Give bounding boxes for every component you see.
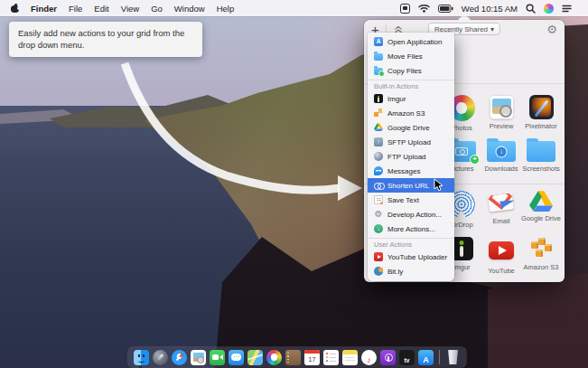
google-drive-icon — [374, 123, 383, 132]
menu-item-sftp-upload[interactable]: ↑ SFTP Upload — [368, 135, 454, 149]
menu-item-amazon-s3[interactable]: Amazon S3 — [368, 106, 454, 120]
dock-podcasts-icon[interactable] — [380, 350, 396, 365]
menu-item-more-actions[interactable]: ↓ More Actions... — [368, 222, 454, 236]
menu-window[interactable]: Window — [174, 4, 205, 14]
grid-item-youtube[interactable]: YouTube — [481, 237, 521, 275]
pixelmator-icon — [529, 95, 554, 119]
add-action-dropdown-menu: A Open Application Move Files Copy Files… — [368, 33, 454, 281]
screenshots-folder-icon — [527, 141, 555, 162]
dock-contacts-icon[interactable] — [285, 350, 301, 365]
menu-view[interactable]: View — [121, 4, 139, 14]
dropzone-menubar-icon[interactable] — [400, 4, 410, 14]
menu-section-user-actions: User Actions — [368, 238, 454, 250]
folder-plus-icon — [374, 68, 383, 75]
amazon-s3-icon — [374, 109, 383, 118]
google-drive-icon — [529, 191, 553, 212]
tutorial-arrow — [89, 56, 369, 201]
dock-maps-icon[interactable] — [247, 350, 263, 365]
develop-gear-icon: ⚙ — [374, 210, 383, 219]
siri-icon[interactable] — [544, 4, 554, 14]
grid-item-amazon-s3[interactable]: Amazon S3 — [521, 237, 561, 275]
menu-edit[interactable]: Edit — [94, 4, 108, 14]
apple-menu-icon[interactable] — [11, 4, 19, 13]
menu-item-imgur[interactable]: Imgur — [368, 91, 454, 106]
dropzone-popover: + Recently Shared ▾ ⚙ Photos Preview — [364, 20, 565, 282]
menu-item-copy-files[interactable]: Copy Files — [368, 63, 454, 78]
sftp-upload-icon: ↑ — [374, 137, 383, 146]
dock-launchpad-icon[interactable] — [153, 350, 168, 365]
menu-item-bitly[interactable]: Bit.ly — [368, 264, 454, 278]
link-icon — [374, 181, 383, 190]
menu-bar: Finder File Edit View Go Window Help Wed… — [0, 0, 588, 16]
menu-item-develop-action[interactable]: ⚙ Develop Action... — [368, 207, 454, 222]
application-icon: A — [374, 37, 383, 46]
grid-item-email[interactable]: Email — [481, 191, 521, 229]
dock-divider — [439, 350, 440, 364]
caret-down-icon: ▾ — [490, 25, 494, 33]
dock-notes-icon[interactable] — [342, 350, 358, 365]
menu-finder[interactable]: Finder — [31, 4, 57, 14]
dock-reminders-icon[interactable] — [323, 350, 339, 365]
bitly-icon — [374, 267, 383, 276]
amazon-s3-icon — [528, 237, 554, 260]
email-icon — [488, 191, 515, 214]
dock-finder-icon[interactable] — [134, 350, 149, 365]
menu-item-move-files[interactable]: Move Files — [368, 49, 454, 63]
wifi-icon[interactable] — [418, 4, 430, 13]
menu-help[interactable]: Help — [217, 4, 235, 14]
downloads-folder-icon: ↓ — [487, 141, 516, 162]
menu-item-save-text[interactable]: Save Text — [368, 193, 454, 207]
dock-facetime-icon[interactable] — [210, 350, 225, 365]
grid-item-preview[interactable]: Preview — [481, 95, 521, 132]
menu-section-built-in-actions: Built-in Actions — [368, 80, 454, 91]
notification-center-icon[interactable] — [562, 5, 572, 13]
dock: 17 ♪ tv A — [128, 347, 466, 367]
tutorial-tooltip: Easily add new actions to your grid from… — [9, 22, 202, 57]
menu-item-ftp-upload[interactable]: FTP Upload — [368, 149, 454, 164]
grid-item-google-drive[interactable]: Google Drive — [521, 191, 561, 229]
menu-file[interactable]: File — [69, 4, 82, 14]
menu-item-messages[interactable]: Messages — [368, 164, 454, 178]
search-icon[interactable] — [526, 4, 536, 14]
menu-item-open-application[interactable]: A Open Application — [368, 34, 454, 49]
grid-item-screenshots[interactable]: Screenshots — [521, 141, 561, 173]
dock-photos-icon[interactable] — [266, 350, 282, 365]
camera-glyph — [455, 147, 468, 156]
menu-item-google-drive[interactable]: Google Drive — [368, 120, 454, 135]
youtube-icon — [374, 252, 383, 261]
desktop: Finder File Edit View Go Window Help Wed… — [0, 0, 588, 368]
dock-calendar-icon[interactable]: 17 — [304, 350, 320, 365]
dock-app-store-icon[interactable]: A — [418, 350, 434, 365]
menu-item-youtube-uploader[interactable]: YouTube Uploader — [368, 250, 454, 264]
dock-safari-icon[interactable] — [172, 350, 187, 365]
document-pencil-icon — [374, 195, 383, 204]
preview-icon — [490, 95, 514, 119]
menu-go[interactable]: Go — [151, 4, 163, 14]
gear-icon[interactable]: ⚙ — [546, 24, 557, 35]
battery-icon[interactable] — [438, 5, 453, 13]
messages-bubble-icon — [374, 166, 383, 175]
download-arrow-glyph: ↓ — [496, 146, 508, 157]
imgur-icon — [374, 94, 383, 103]
plus-badge: + — [470, 155, 480, 165]
mouse-cursor — [434, 178, 443, 192]
globe-icon — [374, 152, 383, 161]
more-actions-globe-icon: ↓ — [374, 224, 383, 233]
dock-tv-icon[interactable]: tv — [399, 350, 415, 365]
menubar-clock[interactable]: Wed 10:15 AM — [462, 4, 518, 14]
dock-music-icon[interactable]: ♪ — [361, 350, 377, 365]
youtube-icon — [489, 241, 514, 259]
dock-trash-icon[interactable] — [447, 350, 459, 364]
dock-preview-icon[interactable] — [191, 350, 206, 365]
grid-item-downloads[interactable]: ↓ Downloads — [481, 141, 521, 173]
grid-item-pixelmator[interactable]: Pixelmator — [521, 95, 561, 132]
dock-messages-icon[interactable] — [229, 350, 244, 365]
folder-icon — [374, 53, 383, 61]
